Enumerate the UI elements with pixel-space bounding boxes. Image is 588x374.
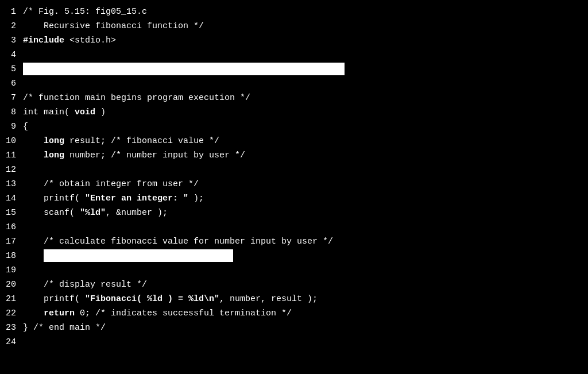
line-num-19: 19 [0, 263, 23, 277]
line-num-23: 23 [0, 321, 23, 335]
code-line-15: 15 scanf( "%ld", &number ); [0, 206, 588, 220]
line-num-6: 6 [0, 76, 23, 91]
code-line-2: 2 Recursive fibonacci function */ [0, 19, 588, 33]
code-line-1: 1 /* Fig. 5.15: fig05_15.c [0, 5, 588, 19]
code-line-11: 11 long number; /* number input by user … [0, 148, 588, 163]
line-num-15: 15 [0, 206, 23, 220]
keyword-long-2: long [44, 151, 64, 160]
line-num-21: 21 [0, 292, 23, 306]
code-line-3: 3 #include <stdio.h> [0, 33, 588, 48]
line-num-9: 9 [0, 119, 23, 134]
line-num-20: 20 [0, 277, 23, 292]
code-line-21: 21 printf( "Fibonacci( %ld ) = %ld\n", n… [0, 292, 588, 306]
code-line-16: 16 [0, 220, 588, 234]
line-content-23: } /* end main */ [23, 321, 588, 335]
line-num-16: 16 [0, 220, 23, 234]
line-content-20: /* display result */ [23, 277, 588, 292]
line-content-21: printf( "Fibonacci( %ld ) = %ld\n", numb… [23, 292, 588, 306]
line-num-13: 13 [0, 177, 23, 191]
code-line-20: 20 /* display result */ [0, 277, 588, 292]
line-content-15: scanf( "%ld", &number ); [23, 206, 588, 220]
code-line-17: 17 /* calculate fibonacci value for numb… [0, 234, 588, 249]
line-content-8: int main( void ) [23, 105, 588, 119]
line-num-10: 10 [0, 134, 23, 148]
line-num-3: 3 [0, 33, 23, 48]
line-num-22: 22 [0, 306, 23, 321]
code-line-8: 8 int main( void ) [0, 105, 588, 119]
code-line-23: 23 } /* end main */ [0, 321, 588, 335]
string-enter: "Enter an integer: " [85, 194, 188, 203]
line-num-8: 8 [0, 105, 23, 119]
code-line-24: 24 [0, 335, 588, 349]
line-content-7: /* function main begins program executio… [23, 91, 588, 105]
code-line-12: 12 [0, 163, 588, 177]
line-content-17: /* calculate fibonacci value for number … [23, 234, 588, 249]
line-content-1: /* Fig. 5.15: fig05_15.c [23, 5, 588, 19]
line-num-11: 11 [0, 148, 23, 163]
highlight-bar-18 [44, 249, 233, 262]
line-num-14: 14 [0, 191, 23, 206]
keyword-include: #include [23, 36, 64, 45]
highlight-bar-5 [23, 63, 345, 75]
line-content-2: Recursive fibonacci function */ [23, 19, 588, 33]
line-content-22: return 0; /* indicates successful termin… [23, 306, 588, 321]
line-num-12: 12 [0, 163, 23, 177]
line-num-18: 18 [0, 249, 23, 263]
code-line-6: 6 [0, 76, 588, 91]
line-num-4: 4 [0, 48, 23, 62]
line-num-24: 24 [0, 335, 23, 349]
code-line-4: 4 [0, 48, 588, 62]
string-format: "%ld" [80, 208, 106, 218]
code-line-7: 7 /* function main begins program execut… [0, 91, 588, 105]
line-content-14: printf( "Enter an integer: " ); [23, 191, 588, 206]
line-content-13: /* obtain integer from user */ [23, 177, 588, 191]
line-content-18 [23, 249, 588, 263]
keyword-long-1: long [44, 136, 64, 146]
line-num-7: 7 [0, 91, 23, 105]
code-line-22: 22 return 0; /* indicates successful ter… [0, 306, 588, 321]
code-editor: 1 /* Fig. 5.15: fig05_15.c 2 Recursive f… [0, 0, 588, 374]
code-line-9: 9 { [0, 119, 588, 134]
line-content-3: #include <stdio.h> [23, 33, 588, 48]
line-num-5: 5 [0, 62, 23, 76]
line-num-2: 2 [0, 19, 23, 33]
keyword-return: return [44, 309, 75, 318]
line-num-17: 17 [0, 234, 23, 249]
line-content-9: { [23, 119, 588, 134]
string-fibonacci: "Fibonacci( %ld ) = %ld\n" [85, 294, 219, 304]
line-content-11: long number; /* number input by user */ [23, 148, 588, 163]
line-content-10: long result; /* fibonacci value */ [23, 134, 588, 148]
code-line-13: 13 /* obtain integer from user */ [0, 177, 588, 191]
keyword-void: void [75, 107, 95, 117]
line-content-5 [23, 62, 588, 76]
code-line-10: 10 long result; /* fibonacci value */ [0, 134, 588, 148]
code-line-19: 19 [0, 263, 588, 277]
line-num-1: 1 [0, 5, 23, 19]
code-line-14: 14 printf( "Enter an integer: " ); [0, 191, 588, 206]
code-line-18: 18 [0, 249, 588, 263]
code-line-5: 5 [0, 62, 588, 76]
